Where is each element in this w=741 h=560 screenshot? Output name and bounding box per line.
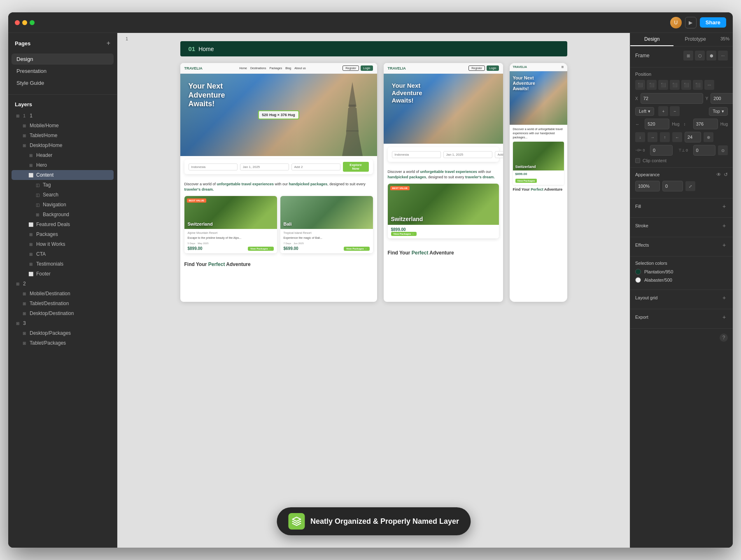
align-btn-2[interactable]: ⬡: [695, 51, 705, 61]
left-dropdown[interactable]: Left ▾: [635, 107, 654, 116]
layer-item-tag[interactable]: ◫ Tag: [12, 180, 114, 190]
nav-link-blog[interactable]: Blog: [285, 67, 291, 70]
tablet-date-input[interactable]: [443, 151, 492, 158]
w-input[interactable]: [645, 119, 669, 129]
layer-item-how-it-works[interactable]: ⊞ How it Works: [12, 239, 114, 249]
layer-item-mobile-home[interactable]: ⊞ Mobile/Home: [12, 121, 114, 131]
tab-design[interactable]: Design: [630, 33, 673, 46]
color-swatch-alabaster[interactable]: Alabaster/500: [635, 277, 728, 283]
pos-ctrl-2[interactable]: −: [670, 106, 680, 116]
tablet-register-btn[interactable]: Register: [468, 65, 485, 71]
align-bottom[interactable]: ⬛: [693, 80, 703, 90]
add-page-button[interactable]: +: [107, 40, 110, 47]
mobile-view-btn[interactable]: View Packages: [515, 179, 537, 183]
reset-icon[interactable]: ↺: [724, 172, 728, 177]
align-left[interactable]: ⬛: [635, 80, 645, 90]
view-packages-btn-2[interactable]: View Packages →: [344, 247, 370, 251]
layer-item-desktop-destination[interactable]: ⊞ Desktop/Destination: [12, 308, 114, 318]
minimize-button[interactable]: [22, 20, 27, 25]
align-right[interactable]: ⬛: [658, 80, 668, 90]
padding-extra-btn[interactable]: ⊙: [718, 145, 728, 155]
layer-item-mobile-destination[interactable]: ⊞ Mobile/Destination: [12, 289, 114, 299]
layer-item-tablet-destination[interactable]: ⊞ Tablet/Destination: [12, 299, 114, 308]
layer-item-search[interactable]: ◫ Search: [12, 190, 114, 200]
align-more[interactable]: ···: [704, 80, 714, 90]
destination-input[interactable]: [189, 163, 238, 170]
layer-item-packages[interactable]: ⊞ Packages: [12, 229, 114, 239]
arr-left[interactable]: ←: [672, 132, 682, 142]
arr-down[interactable]: ↓: [635, 132, 645, 142]
layer-item-cta[interactable]: ⊞ CTA: [12, 249, 114, 259]
clip-checkbox[interactable]: [635, 158, 640, 163]
color-swatch-plantation[interactable]: Plantation/950: [635, 269, 728, 275]
help-icon[interactable]: ?: [720, 334, 728, 342]
layer-item-footer[interactable]: ⬜ Footer: [12, 269, 114, 279]
padding-h-input[interactable]: [650, 145, 673, 156]
layer-item-testimonials[interactable]: ⊞ Testimonials: [12, 259, 114, 269]
corners-input[interactable]: [662, 181, 683, 191]
expand-btn[interactable]: ⤢: [685, 181, 695, 191]
layer-item-desktop-packages[interactable]: ⊞ Desktop/Packages: [12, 328, 114, 338]
align-btn-3[interactable]: ⬢: [706, 51, 716, 61]
align-top[interactable]: ⬛: [670, 80, 680, 90]
maximize-button[interactable]: [30, 20, 35, 25]
layer-item-featured-deals[interactable]: ⬜ Featured Deals: [12, 219, 114, 229]
nav-link-packages[interactable]: Packages: [269, 67, 282, 70]
layer-item-hero[interactable]: ⊞ Hero: [12, 160, 114, 170]
zoom-dropdown[interactable]: 35%: [717, 33, 733, 46]
layer-item-1[interactable]: ⊞ 1 1: [12, 111, 114, 121]
add-stroke-btn[interactable]: +: [720, 222, 728, 229]
h-input[interactable]: [693, 119, 718, 129]
view-packages-btn-1[interactable]: View Packages →: [248, 247, 274, 251]
spacing-btn[interactable]: ⊕: [704, 132, 713, 142]
layer-item-tablet-packages[interactable]: ⊞ Tablet/Packages: [12, 338, 114, 348]
frame-label[interactable]: Frame: [635, 53, 681, 58]
align-center-v[interactable]: ⬛: [681, 80, 691, 90]
mobile-menu-icon[interactable]: ≡: [562, 65, 564, 69]
gap-input[interactable]: [685, 132, 701, 142]
date-input[interactable]: [240, 163, 289, 170]
add-effects-btn[interactable]: +: [720, 241, 728, 249]
page-item-presentation[interactable]: Presentation: [12, 65, 114, 77]
page-item-style-guide[interactable]: Style Guide: [12, 77, 114, 89]
eye-icon[interactable]: 👁: [716, 172, 721, 177]
layer-item-navigation[interactable]: ◫ Navigation: [12, 200, 114, 210]
pos-ctrl-1[interactable]: +: [658, 106, 668, 116]
nav-register-btn[interactable]: Register: [343, 65, 359, 71]
tab-prototype[interactable]: Prototype: [673, 33, 717, 46]
arr-up[interactable]: ↑: [660, 132, 670, 142]
share-button[interactable]: Share: [700, 17, 726, 28]
layer-item-tablet-home[interactable]: ⊞ Tablet/Home: [12, 131, 114, 140]
tablet-destination-input[interactable]: [392, 151, 441, 158]
more-options-btn[interactable]: ···: [718, 51, 728, 61]
tablet-view-btn[interactable]: View Packages →: [391, 232, 417, 236]
layer-item-content[interactable]: ⬜ Content: [12, 170, 114, 180]
opacity-input[interactable]: [635, 181, 660, 191]
add-export-btn[interactable]: +: [720, 313, 728, 321]
layer-item-2[interactable]: ⊞ 2: [12, 279, 114, 289]
play-button[interactable]: ▶: [685, 17, 697, 28]
arr-right[interactable]: →: [648, 132, 657, 142]
close-button[interactable]: [15, 20, 20, 25]
top-dropdown[interactable]: Top ▾: [709, 107, 728, 116]
page-item-design[interactable]: Design: [12, 54, 114, 65]
add-layout-grid-btn[interactable]: +: [720, 294, 728, 301]
guests-input[interactable]: [291, 163, 340, 170]
y-input[interactable]: [711, 93, 733, 104]
x-input[interactable]: [641, 93, 703, 104]
tablet-login-btn[interactable]: Login: [487, 65, 499, 71]
nav-link-about[interactable]: About us: [294, 67, 306, 70]
nav-link-destinations[interactable]: Destinations: [250, 67, 266, 70]
padding-v-input[interactable]: [693, 145, 716, 156]
layer-item-3[interactable]: ⊞ 3: [12, 318, 114, 328]
align-center-h[interactable]: ⬛: [647, 80, 657, 90]
layer-item-header[interactable]: ⊞ Header: [12, 150, 114, 160]
layer-item-background[interactable]: ⊞ Background: [12, 210, 114, 219]
nav-link-home[interactable]: Home: [239, 67, 247, 70]
nav-login-btn[interactable]: Login: [361, 65, 373, 71]
add-fill-btn[interactable]: +: [720, 203, 728, 210]
tablet-guests-input[interactable]: [495, 151, 503, 158]
align-btn-1[interactable]: ⊞: [683, 51, 693, 61]
layer-item-desktop-home[interactable]: ⊞ Desktop/Home: [12, 140, 114, 150]
explore-btn[interactable]: Explore Now: [343, 162, 369, 172]
